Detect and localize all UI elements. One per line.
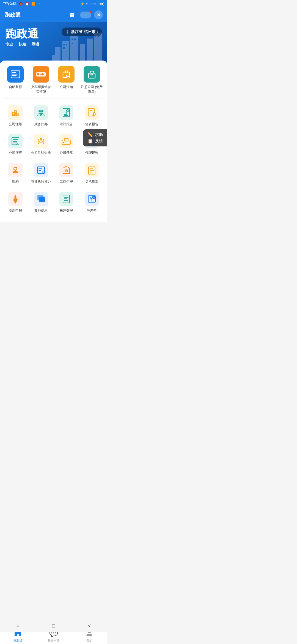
featured-label-0: 自助登报	[9, 85, 22, 89]
featured-services-row: 自助登报 火车票报销发票打印	[3, 66, 105, 99]
svg-rect-25	[67, 70, 68, 73]
notification-icon: 🟧	[31, 2, 35, 6]
service-item-price-diff[interactable]: ¥ + 补差价	[79, 188, 105, 217]
service-item-company-change[interactable]: 公司变更	[3, 130, 28, 159]
file-retrieve-icon	[8, 163, 23, 177]
tooltip-overlay: ✏️ 求助 📋 反馈	[83, 129, 107, 146]
featured-icon-1	[33, 66, 49, 83]
svg-point-21	[42, 73, 44, 75]
status-bar: 下午3:58 🔕 ⏰ 🟧 ··· ⚡ 4G ▪▪▪▪ 60	[0, 0, 107, 8]
hero-tag-2: 快速	[19, 42, 26, 47]
service-item-file-retrieve[interactable]: 调档	[3, 159, 28, 188]
svg-rect-18	[12, 75, 16, 76]
svg-point-60	[67, 144, 69, 145]
svg-rect-20	[37, 73, 39, 75]
svg-rect-28	[89, 73, 95, 78]
svg-rect-33	[16, 113, 19, 116]
svg-rect-29	[90, 74, 92, 75]
service-item-company-cancel-delegate[interactable]: 公司注销委托	[28, 130, 54, 159]
svg-rect-12	[72, 43, 73, 44]
svg-rect-61	[63, 142, 64, 143]
service-item-capital-verify[interactable]: 验资报告	[79, 102, 105, 130]
svg-rect-16	[12, 72, 16, 73]
service-label-14: 极速登报	[60, 208, 73, 213]
svg-rect-79	[41, 196, 43, 201]
hero-tag-1: 专业	[6, 42, 13, 47]
main-card: ✏️ 求助 📋 反馈	[0, 61, 107, 222]
featured-item-3[interactable]: 注册公司 (免费送章)	[81, 66, 103, 94]
service-label-8: 调档	[12, 179, 19, 184]
service-label-11: 灵活用工	[85, 179, 98, 184]
svg-point-40	[67, 110, 69, 112]
tooltip-feedback-label: 反馈	[95, 139, 103, 144]
flexible-work-icon	[85, 163, 99, 177]
service-item-high-tech[interactable]: 高新申报	[3, 188, 28, 217]
featured-icon-0	[7, 66, 24, 83]
svg-rect-41	[64, 114, 67, 115]
service-label-13: 其他信息	[34, 208, 48, 213]
feedback-icon: 📋	[87, 138, 93, 144]
svg-rect-50	[13, 139, 18, 140]
svg-rect-83	[64, 200, 68, 201]
svg-text:+: +	[93, 195, 95, 199]
app-title: 跑政通	[4, 11, 21, 19]
service-label-15: 补差价	[87, 208, 97, 213]
qr-button[interactable]	[67, 12, 77, 18]
tooltip-help-label: 求助	[95, 132, 103, 137]
license-reissue-icon	[34, 163, 48, 177]
price-diff-icon: ¥ +	[85, 192, 99, 206]
featured-item-2[interactable]: 公司注销	[55, 66, 77, 94]
annual-report-icon: 商	[59, 163, 73, 177]
company-cancel-delegate-icon	[34, 134, 48, 148]
svg-rect-17	[12, 74, 18, 75]
featured-label-3: 注册公司 (免费送章)	[81, 85, 103, 94]
service-item-gov-agent[interactable]: 政务代办	[28, 102, 54, 130]
tooltip-feedback[interactable]: 📋 反馈	[87, 138, 103, 144]
featured-item-0[interactable]: 自助登报	[4, 66, 26, 94]
close-button[interactable]: ✕	[94, 10, 103, 19]
svg-rect-10	[72, 39, 73, 40]
audit-report-icon	[59, 105, 73, 120]
service-label-7: 代理记账	[85, 151, 98, 155]
featured-label-2: 公司注销	[60, 85, 73, 89]
svg-rect-35	[15, 111, 16, 112]
service-label-6: 公司迁移	[60, 151, 73, 155]
tooltip-help[interactable]: ✏️ 求助	[87, 132, 103, 137]
service-label-12: 高新申报	[9, 208, 22, 213]
svg-rect-52	[13, 143, 16, 143]
more-button[interactable]: ···	[80, 12, 91, 18]
service-label-5: 公司注销委托	[31, 151, 51, 155]
service-item-flexible-work[interactable]: 灵活用工	[79, 159, 105, 188]
svg-rect-22	[40, 74, 42, 75]
svg-rect-48	[90, 112, 92, 112]
svg-rect-68	[14, 168, 16, 170]
company-register-icon	[8, 105, 23, 120]
service-item-license-reissue[interactable]: 营业执照补办	[28, 159, 54, 188]
location-icon: 📍	[65, 30, 70, 34]
service-item-other-info[interactable]: 其他信息	[28, 188, 54, 217]
location-button[interactable]: 📍 浙江省-杭州市 ›	[62, 28, 102, 36]
service-item-audit-report[interactable]: 审计报告	[54, 102, 79, 130]
services-grid: 公司注册 政务代办	[3, 99, 105, 220]
svg-rect-76	[90, 172, 92, 173]
app-bar: 跑政通 ··· ✕	[0, 8, 107, 22]
silent-icon: 🔕	[19, 2, 23, 6]
notification-badge	[90, 11, 92, 13]
featured-icon-2	[58, 66, 75, 83]
service-item-fast-publish[interactable]: 极速登报	[54, 188, 79, 217]
svg-rect-70	[38, 168, 42, 169]
service-item-company-move[interactable]: 公司迁移	[54, 130, 79, 159]
service-item-company-register[interactable]: 公司注册	[3, 102, 28, 130]
svg-text:商: 商	[65, 169, 68, 172]
svg-rect-82	[64, 198, 67, 199]
gov-agent-icon	[34, 105, 48, 120]
featured-item-1[interactable]: 火车票报销发票打印	[30, 66, 52, 94]
svg-text:¥: ¥	[90, 197, 92, 201]
high-tech-icon	[8, 192, 23, 206]
service-item-annual-report[interactable]: 商 工商年报	[54, 159, 79, 188]
service-label-2: 审计报告	[60, 122, 73, 127]
svg-rect-8	[66, 44, 67, 45]
svg-rect-51	[13, 141, 17, 142]
featured-icon-3	[84, 66, 100, 83]
svg-rect-81	[64, 197, 68, 198]
